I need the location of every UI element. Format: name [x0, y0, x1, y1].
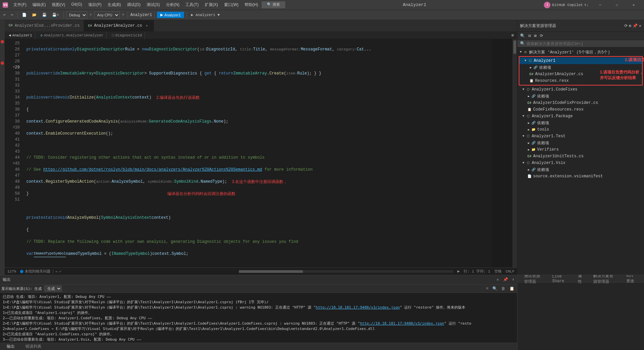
tree-analyzer1-deps[interactable]: ▶ 🔗 依赖项 — [519, 64, 642, 71]
solution-settings-icon[interactable]: ⚙ — [629, 23, 631, 28]
error-list-tab[interactable]: 错误列表 — [21, 342, 45, 350]
tab-analyzer[interactable]: C# Analyzer1Analyzer.cs ✕ — [84, 20, 154, 31]
new-file-button[interactable]: 📄 — [20, 12, 29, 18]
tree-package-proj[interactable]: ▼ ⬡ Analyzer1.Package — [517, 113, 644, 120]
vsix-chevron: ▼ — [521, 161, 525, 165]
menu-build[interactable]: 生成(B) — [105, 1, 124, 8]
encoding-label[interactable]: 空格 — [494, 269, 502, 274]
undo-button[interactable]: ↩ — [1, 12, 8, 18]
tab-codeprovider[interactable]: C# Analyzer1Cod...xProvider.cs — [5, 20, 84, 31]
search-sol-icon[interactable]: 🔍 — [519, 33, 526, 38]
tree-codefixes-proj[interactable]: ▼ ⬡ Analyzer1.CodeFixes — [517, 86, 644, 93]
title-bar-left: VS 文件(F) 编辑(E) 视图(V) Git(G) 项目(P) 生成(B) … — [3, 1, 285, 8]
tree-vsix-manifest[interactable]: 📄 source.extension.vsixmanifest — [517, 173, 644, 180]
tree-package-deps[interactable]: ▶ 🔗 依赖项 — [517, 120, 644, 126]
panel-close-icon[interactable]: ✕ — [497, 277, 499, 282]
menu-analyze[interactable]: 分析(N) — [163, 1, 182, 8]
find-output-icon[interactable]: 🔍 — [491, 286, 499, 291]
menu-view[interactable]: 视图(V) — [49, 1, 68, 8]
output-link-1[interactable]: http://10.18.101.17:9400/v3/index.json — [316, 305, 400, 310]
tools-label: tools — [537, 127, 549, 132]
panel-maximize-icon[interactable]: ⬆ — [512, 277, 514, 282]
toolbar-more[interactable]: ▶ Analyzer1 ▼ — [189, 12, 222, 18]
copy-output-icon[interactable]: 📋 — [508, 286, 516, 291]
open-button[interactable]: 📂 — [30, 12, 39, 18]
pin-icon[interactable]: 📌 — [633, 23, 638, 28]
menu-window[interactable]: 窗口(W) — [221, 1, 241, 8]
solution-root[interactable]: ▼ ⊡ 解决方案 'Analyzer1' (5个项目，共5个) — [517, 49, 644, 55]
split-editor-button[interactable]: ⊞ — [509, 32, 516, 38]
save-button[interactable]: 💾 — [40, 12, 49, 18]
menu-test[interactable]: 测试(S) — [144, 1, 163, 8]
collapse-all-icon[interactable]: ⊞ — [533, 33, 538, 38]
sync-icon[interactable]: ⟳ — [624, 23, 628, 28]
output-source-select[interactable]: 生成 — [44, 286, 62, 292]
clear-output-icon[interactable]: 🗑 — [500, 286, 507, 291]
menu-git[interactable]: Git(G) — [68, 1, 85, 8]
menu-project[interactable]: 项目(P) — [86, 1, 104, 8]
title-bar-right: J GitHub Copilot ⬆↓ — ☐ ✕ — [544, 0, 641, 10]
code-content[interactable]: private static readonly DiagnosticDescri… — [23, 39, 492, 268]
run-button[interactable]: ▶ Analyzer1 — [157, 12, 184, 18]
solution-search-input[interactable] — [526, 41, 641, 46]
menu-search[interactable]: 🔍 搜索 — [262, 1, 285, 8]
tree-test-deps[interactable]: ▶ 🔗 依赖项 — [517, 140, 644, 146]
tree-verifiers-folder[interactable]: ▶ 📁 Verifiers — [517, 146, 644, 153]
codefixes-proj-icon: ⬡ — [525, 87, 531, 92]
close-panel-button[interactable]: ✕ — [639, 23, 641, 28]
tree-analyzer1-analyzer-cs[interactable]: C# Analyzer1Analyzer.cs — [519, 71, 642, 77]
menu-file[interactable]: 文件(F) — [11, 1, 29, 8]
filter-icon[interactable]: ⊟ — [527, 33, 532, 38]
copilot-icon[interactable]: ⬆↓ — [584, 3, 589, 7]
file-tab-2[interactable]: ◇ Analyzer1.Analyzer1Analyzer — [38, 32, 107, 39]
bottom-panel-bottom-tabs: 输出 错误列表 — [0, 343, 517, 350]
menu-help[interactable]: 帮助(H) — [242, 1, 261, 8]
fold-45[interactable]: ▽ — [13, 161, 15, 167]
h-scrollbar-thumb[interactable] — [239, 270, 303, 273]
menu-debug[interactable]: 调试(D) — [124, 1, 143, 8]
tab-close-button[interactable]: ✕ — [144, 23, 150, 28]
menu-edit[interactable]: 编辑(E) — [30, 1, 48, 8]
panel-pin-icon[interactable]: 📌 — [503, 277, 508, 282]
horizontal-scrollbar[interactable] — [239, 270, 453, 273]
code-line-31: context.ConfigureGeneratedCodeAnalysis(a… — [26, 119, 492, 125]
refresh-sol-icon[interactable]: ⟳ — [538, 33, 544, 38]
right-arrow-scroll[interactable]: ▶ — [457, 269, 460, 274]
close-button[interactable]: ✕ — [626, 0, 641, 10]
tree-test-proj[interactable]: ▼ ⬡ Analyzer1.Test — [517, 133, 644, 140]
vertical-scrollbar[interactable] — [512, 39, 517, 268]
menu-extensions[interactable]: 扩展(X) — [202, 1, 221, 8]
editor-main: C# Analyzer1Cod...xProvider.cs C# Analyz… — [5, 20, 517, 275]
redo-button[interactable]: ↪ — [9, 12, 15, 18]
fold-29[interactable]: ▽ — [13, 64, 15, 70]
code-line-38 — [26, 203, 492, 209]
tree-codefixes-deps[interactable]: ▶ 🔗 依赖项 — [517, 93, 644, 100]
tree-unittests-cs[interactable]: C# Analyzer1UnitTests.cs — [517, 153, 644, 160]
tree-tools-folder[interactable]: ▶ 📁 tools — [517, 126, 644, 133]
output-tab[interactable]: 输出 — [3, 342, 19, 350]
codefixprovider-cs-icon: C# — [527, 100, 532, 106]
tree-analyzer1-resources[interactable]: 📋 Resources.resx — [519, 77, 642, 84]
minimize-button[interactable]: — — [593, 0, 608, 10]
line-ending-label[interactable]: CRLF — [506, 270, 514, 274]
debug-config-select[interactable]: Debug — [66, 11, 87, 19]
file-tab-1[interactable]: ◀ Analyzer1 — [6, 32, 35, 39]
tree-analyzer1-proj[interactable]: ▼ ⬡ Analyzer1 — [519, 57, 642, 64]
wrap-icon[interactable]: ≡ — [485, 286, 490, 291]
file-tab-3[interactable]: □ DiagnosticId — [109, 32, 145, 39]
menu-tools[interactable]: 工具(T) — [183, 1, 201, 8]
cpu-config-select[interactable]: Any CPU — [94, 11, 120, 19]
maximize-button[interactable]: ☐ — [609, 0, 625, 10]
save-all-button[interactable]: 💾+ — [50, 12, 61, 18]
fold-39[interactable]: ▽ — [13, 125, 15, 131]
output-link-2[interactable]: http://10.18.101.17:9400/v3/index.json — [360, 321, 444, 326]
tree-codefixprovider-cs[interactable]: C# Analyzer1CodeFixProvider.cs — [517, 100, 644, 106]
tree-vsix-proj[interactable]: ▼ ⬡ Analyzer1.Vsix — [517, 160, 644, 166]
tree-vsix-deps[interactable]: ▶ 🔗 依赖项 — [517, 166, 644, 173]
line-33: 33 — [5, 89, 23, 95]
tree-codefixresources[interactable]: 📋 CodeFixResources.resx — [517, 106, 644, 113]
scrollbar-thumb[interactable] — [513, 40, 516, 54]
no-issues-label: 未找到相关问题 — [25, 269, 50, 274]
zoom-level[interactable]: 127% — [7, 270, 16, 274]
user-avatar[interactable]: J — [544, 2, 550, 8]
